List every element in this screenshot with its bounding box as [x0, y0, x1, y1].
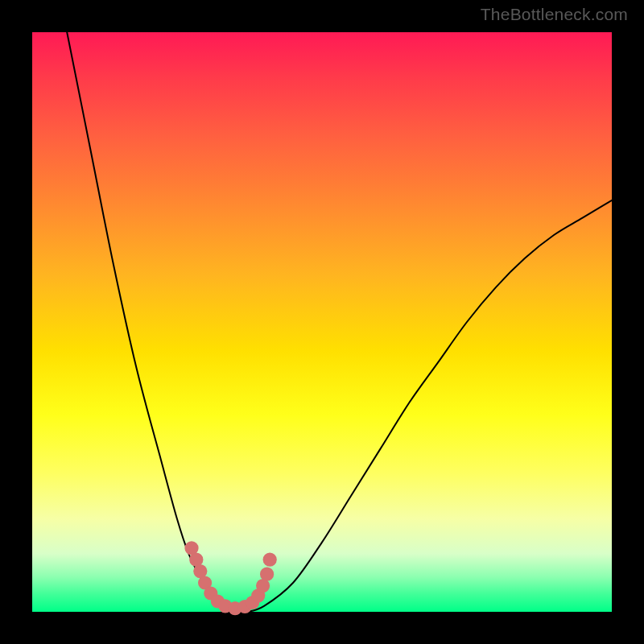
chart-frame: TheBottleneck.com — [0, 0, 644, 644]
watermark-text: TheBottleneck.com — [481, 5, 628, 24]
plot-area — [32, 32, 612, 612]
threshold-markers — [184, 541, 276, 615]
bottleneck-curve — [67, 32, 612, 613]
threshold-marker — [263, 553, 277, 567]
threshold-marker — [260, 568, 274, 581]
curve-svg — [32, 32, 612, 612]
